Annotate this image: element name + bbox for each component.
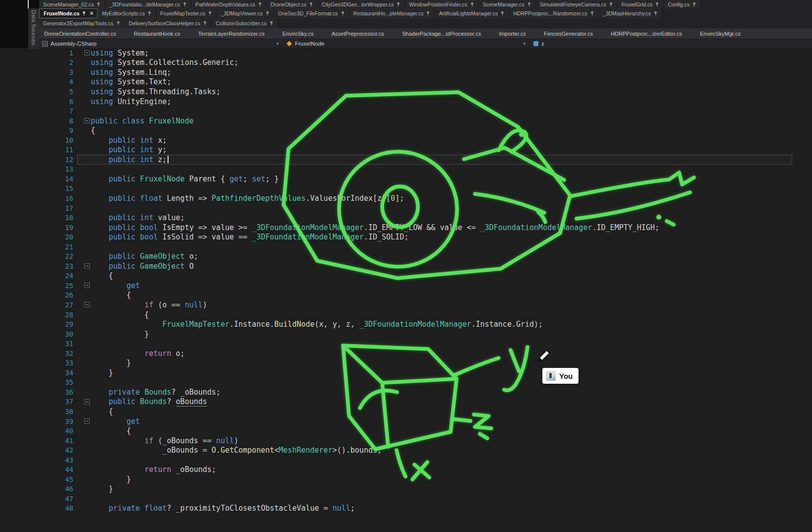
tab-hdrppostproc-randomizer-cs[interactable]: HDRPPostproc...Randomizer.cs	[509, 8, 598, 18]
pin-icon[interactable]	[208, 11, 212, 16]
code-line-12[interactable]: 12 public int z;	[0, 155, 812, 165]
pin-icon[interactable]	[470, 2, 474, 7]
tab-fruxelmaptester-cs[interactable]: FruxelMapTester.cs	[156, 8, 217, 18]
fold-collapse-icon[interactable]: −	[84, 418, 90, 424]
fold-collapse-icon[interactable]: −	[84, 283, 90, 288]
pin-icon[interactable]	[147, 11, 152, 16]
tab-droneorientationcontroller-cs[interactable]: DroneOrientationController.cs	[42, 28, 118, 39]
pin-icon[interactable]	[396, 2, 401, 7]
code-line-16[interactable]: 16 public float Length => PathfinderDept…	[0, 193, 812, 203]
code-line-8[interactable]: 8−public class FruxelNode	[0, 116, 812, 126]
code-line-19[interactable]: 19 public bool IsEmpty => value >= _3DFo…	[0, 223, 812, 233]
pin-icon[interactable]	[265, 11, 270, 16]
fold-collapse-icon[interactable]: −	[84, 263, 90, 269]
tab-generator2exportmaptools-cs[interactable]: Generator2ExportMapTools.cs	[39, 18, 125, 28]
pin-icon[interactable]	[590, 11, 594, 16]
pin-icon[interactable]	[341, 11, 345, 16]
code-line-14[interactable]: 14 public FruxelNode Parent { get; set; …	[0, 174, 812, 184]
code-line-15[interactable]: 15	[0, 184, 812, 194]
code-line-42[interactable]: 42 _oBounds = O.GetComponent<MeshRendere…	[0, 445, 812, 455]
code-line-31[interactable]: 31	[0, 339, 812, 349]
code-line-27[interactable]: 27− if (o == null)	[0, 300, 812, 310]
close-icon[interactable]: ×	[90, 10, 93, 16]
code-line-30[interactable]: 30 }	[0, 329, 812, 339]
pin-icon[interactable]	[258, 2, 262, 7]
tab-scenemanager-02-cs[interactable]: SceneManager_02.cs	[39, 0, 105, 8]
pin-icon[interactable]	[269, 21, 274, 26]
fold-collapse-icon[interactable]: −	[84, 50, 90, 56]
tab-myeditorscripts-cs[interactable]: MyEditorScripts.cs	[98, 8, 156, 18]
tab-simulatedfisheyecamera-cs[interactable]: SimulatedFisheyeCamera.cs	[536, 0, 618, 8]
tab-pathfinderdepthvalues-cs[interactable]: PathfinderDepthValues.cs	[191, 0, 267, 8]
tab-enviroskymgr-cs[interactable]: EnviroSkyMgr.cs	[698, 28, 743, 39]
tab-fruxelgrid-cs[interactable]: FruxelGrid.cs	[618, 0, 664, 8]
pin-icon[interactable]	[96, 2, 101, 7]
fold-collapse-icon[interactable]: −	[84, 118, 90, 123]
code-line-40[interactable]: 40 {	[0, 426, 812, 436]
code-line-43[interactable]: 43	[0, 455, 812, 465]
tab--3dfoundatio-delmanager-cs[interactable]: _3DFoundatio...delManager.cs	[105, 0, 191, 8]
code-line-39[interactable]: 39− get	[0, 416, 812, 426]
code-line-44[interactable]: 44 return _oBounds;	[0, 465, 812, 475]
tab-citygen3dgen-torwrapper-cs[interactable]: CityGen3DGen...torWrapper.cs	[318, 0, 405, 8]
code-line-22[interactable]: 22 public GameObject o;	[0, 251, 812, 261]
pin-icon[interactable]	[426, 11, 430, 16]
pin-icon[interactable]	[500, 11, 505, 16]
pin-icon[interactable]	[203, 21, 207, 26]
code-line-24[interactable]: 24 {	[0, 271, 812, 281]
tab-artificiallightsmanager-cs[interactable]: ArtificialLightsManager.cs	[435, 8, 509, 18]
code-line-23[interactable]: 23− public GameObject O	[0, 261, 812, 271]
code-line-13[interactable]: 13	[0, 165, 812, 175]
tab-droneobject-cs[interactable]: DroneObject.cs	[267, 0, 318, 8]
code-line-35[interactable]: 35	[0, 378, 812, 388]
code-line-5[interactable]: 5using System.Threading.Tasks;	[0, 87, 812, 97]
tab-onesec3d-fileformat-cs[interactable]: OneSec3D_FileFormat.cs	[274, 8, 349, 18]
code-line-20[interactable]: 20 public bool IsSolid => value == _3DFo…	[0, 232, 812, 242]
tab-restauranthook-cs[interactable]: RestaurantHook.cs	[132, 28, 182, 39]
project-dropdown[interactable]: Assembly-CSharp ▾	[39, 39, 284, 48]
code-line-9[interactable]: 9{	[0, 125, 812, 135]
pin-icon[interactable]	[653, 11, 658, 16]
code-line-11[interactable]: 11 public int y;	[0, 145, 812, 155]
code-line-33[interactable]: 33 }	[0, 358, 812, 368]
tab-windowpositionfinder-cs[interactable]: WindowPositionFinder.cs	[405, 0, 478, 8]
tab-scenemanager-cs[interactable]: SceneManager.cs	[479, 0, 536, 8]
code-line-46[interactable]: 46 }	[0, 484, 812, 494]
pin-icon[interactable]	[609, 2, 613, 7]
code-line-2[interactable]: 2using System.Collections.Generic;	[0, 58, 812, 68]
code-line-48[interactable]: 48 private float? _proximityToClosestObs…	[0, 504, 812, 514]
pin-icon[interactable]	[182, 2, 187, 7]
code-line-25[interactable]: 25− get	[0, 281, 812, 291]
code-line-6[interactable]: 6using UnityEngine;	[0, 97, 812, 107]
code-line-17[interactable]: 17	[0, 203, 812, 213]
code-line-26[interactable]: 26 {	[0, 291, 812, 300]
pin-icon[interactable]	[82, 11, 86, 16]
code-line-21[interactable]: 21	[0, 242, 812, 252]
tab--3dmaphierarchy-cs[interactable]: _3DMapHierarchy.cs	[599, 8, 662, 18]
code-line-18[interactable]: 18 public int value;	[0, 213, 812, 223]
code-editor[interactable]: 1−using System;2using System.Collections…	[0, 48, 812, 532]
tab-config-cs[interactable]: Config.cs	[664, 0, 701, 8]
pin-icon[interactable]	[116, 21, 120, 26]
fold-collapse-icon[interactable]: −	[84, 302, 90, 307]
data-sources-tab[interactable]: Data Sources	[28, 8, 39, 49]
code-line-7[interactable]: 7	[0, 106, 812, 116]
code-line-38[interactable]: 38 {	[0, 407, 812, 416]
tab-importer-cs[interactable]: Importer.cs	[497, 28, 527, 39]
code-line-28[interactable]: 28 {	[0, 310, 812, 320]
code-line-37[interactable]: 37− public Bounds? oBounds	[0, 397, 812, 407]
code-line-29[interactable]: 29 FruxelMapTester.Instance.BuildNode(x,…	[0, 319, 812, 329]
pin-icon[interactable]	[692, 2, 696, 7]
tab-restaurantho-plemanager-cs[interactable]: RestaurantHo...pleManager.cs	[349, 8, 435, 18]
code-line-1[interactable]: 1−using System;	[0, 48, 812, 58]
tab-terrainlayerrandomizer-cs[interactable]: TerrainLayerRandomizer.cs	[196, 28, 267, 39]
code-line-36[interactable]: 36 private Bounds? _oBounds;	[0, 387, 812, 397]
tab--3dmapviewer-cs[interactable]: _3DMapViewer.cs	[217, 8, 274, 18]
code-line-45[interactable]: 45 }	[0, 474, 812, 484]
tab-shaderpackage-stprocessor-cs[interactable]: ShaderPackage...stProcessor.cs	[400, 28, 483, 39]
pin-icon[interactable]	[655, 2, 659, 7]
code-line-47[interactable]: 47	[0, 494, 812, 504]
code-line-3[interactable]: 3using System.Linq;	[0, 67, 812, 77]
tab-fruxelnode-cs[interactable]: FruxelNode.cs×	[39, 8, 98, 18]
pin-icon[interactable]	[527, 2, 531, 7]
